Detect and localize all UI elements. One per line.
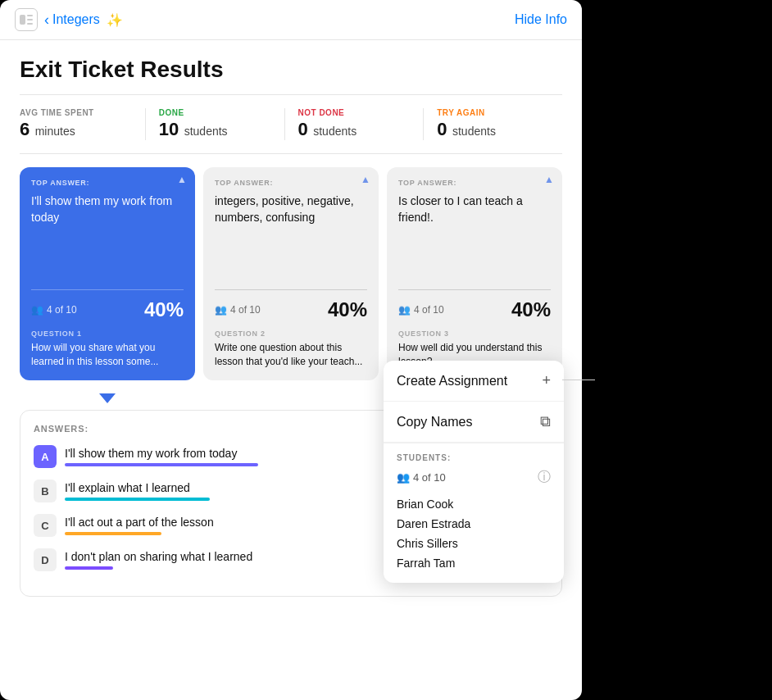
info-icon: ⓘ: [538, 469, 551, 486]
answer-bar-b: [65, 498, 210, 501]
card-3-divider: [398, 289, 551, 290]
card-1-question-badge: QUESTION 1: [31, 330, 184, 338]
divider-1: [20, 94, 562, 95]
people-icon: 👥: [31, 304, 43, 316]
students-title: STUDENTS:: [397, 453, 551, 462]
speech-bubble-tail: [99, 393, 116, 403]
students-list: Brian Cook Daren Estrada Chris Sillers F…: [397, 494, 551, 573]
popup-menu: Create Assignment + Copy Names ⧉ STUDENT…: [384, 361, 564, 583]
create-assignment-label: Create Assignment: [397, 374, 507, 389]
hide-info-button[interactable]: Hide Info: [515, 12, 567, 27]
card-2[interactable]: TOP ANSWER: integers, positive, negative…: [203, 167, 379, 380]
copy-names-item[interactable]: Copy Names ⧉: [384, 402, 564, 443]
chevron-up-icon-2: ▲: [361, 174, 370, 185]
answer-letter-c: C: [34, 514, 57, 537]
student-2: Daren Estrada: [397, 514, 551, 534]
card-1-top-answer-label: TOP ANSWER:: [31, 179, 184, 187]
chevron-up-icon-1: ▲: [177, 174, 187, 185]
copy-names-label: Copy Names: [397, 415, 472, 430]
stat-avg-time: AVG TIME SPENT 6 minutes: [20, 108, 145, 140]
stat-label-avg: AVG TIME SPENT: [20, 108, 132, 117]
stat-label-not-done: NOT DONE: [298, 108, 411, 117]
create-assignment-item[interactable]: Create Assignment +: [384, 361, 564, 402]
stat-label-try-again: TRY AGAIN: [437, 108, 549, 117]
cards-row: TOP ANSWER: I'll show them my work from …: [20, 167, 562, 380]
stat-value-avg: 6 minutes: [20, 119, 132, 140]
speech-bubble-tail-container: [20, 393, 194, 403]
card-3-question-badge: QUESTION 3: [398, 330, 551, 338]
student-1: Brian Cook: [397, 494, 551, 514]
card-3-bottom: 👥 4 of 10 40%: [398, 298, 551, 321]
svg-rect-1: [27, 15, 33, 16]
stat-value-done: 10 students: [159, 119, 271, 140]
chevron-up-icon-3: ▲: [544, 174, 554, 185]
card-1-question-text: How will you share what you learned in t…: [31, 341, 184, 369]
svg-rect-0: [20, 15, 25, 25]
people-icon-3: 👥: [398, 304, 411, 316]
answer-bar-c: [65, 532, 161, 535]
card-2-question-section: ▲ QUESTION 2 Write one question about th…: [215, 330, 367, 369]
connector-line: [562, 380, 595, 380]
card-1-question-section: ▲ QUESTION 1 How will you share what you…: [31, 330, 184, 369]
card-3-top-answer-label: TOP ANSWER:: [398, 179, 551, 187]
card-3[interactable]: TOP ANSWER: Is closer to I can teach a f…: [387, 167, 562, 380]
sidebar-toggle[interactable]: [15, 8, 38, 31]
card-3-top-answer-text: Is closer to I can teach a friend!.: [398, 193, 551, 281]
card-3-student-count: 👥 4 of 10: [398, 304, 444, 316]
chevron-left-icon: ‹: [44, 11, 49, 29]
card-3-percentage: 40%: [511, 298, 551, 321]
svg-rect-2: [27, 19, 33, 20]
card-1-top-answer-text: I'll show them my work from today: [31, 193, 184, 281]
stat-not-done: NOT DONE 0 students: [284, 108, 424, 140]
card-2-bottom: 👥 4 of 10 40%: [215, 298, 367, 321]
stat-value-not-done: 0 students: [298, 119, 411, 140]
answer-letter-d: D: [34, 548, 57, 571]
people-icon-2: 👥: [215, 304, 227, 316]
svg-rect-3: [27, 23, 33, 25]
top-bar: ‹ Integers ✨ Hide Info: [0, 0, 582, 40]
stat-label-done: DONE: [159, 108, 271, 117]
student-4: Farrah Tam: [397, 553, 551, 573]
students-section: STUDENTS: 👥 4 of 10 ⓘ Brian Cook Daren E…: [384, 443, 564, 583]
plus-icon: +: [542, 372, 551, 389]
card-1-student-count: 👥 4 of 10: [31, 304, 77, 316]
answer-text-d: I don't plan on sharing what I learned: [65, 550, 252, 563]
stat-try-again: TRY AGAIN 0 students: [423, 108, 562, 140]
card-1-divider: [31, 289, 184, 290]
answer-text-b: I'll explain what I learned: [65, 481, 190, 494]
answer-letter-b: B: [34, 480, 57, 502]
card-2-question-badge: QUESTION 2: [215, 330, 367, 338]
stat-value-try-again: 0 students: [437, 119, 549, 140]
students-count-label: 👥 4 of 10: [397, 471, 446, 484]
card-1-percentage: 40%: [144, 298, 184, 321]
people-icon-students: 👥: [397, 471, 410, 484]
card-2-student-count: 👥 4 of 10: [215, 304, 261, 316]
back-button[interactable]: ‹ Integers: [44, 11, 100, 29]
sparkle-icon: ✨: [107, 12, 123, 28]
answer-bar-d: [65, 566, 113, 570]
card-2-question-text: Write one question about this lesson tha…: [215, 341, 367, 369]
student-3: Chris Sillers: [397, 534, 551, 553]
copy-icon: ⧉: [540, 413, 551, 430]
page-title: Exit Ticket Results: [20, 57, 562, 83]
card-2-divider: [215, 289, 367, 290]
answer-text-a: I'll show them my work from today: [65, 447, 237, 460]
answer-bar-a: [65, 463, 258, 466]
card-2-top-answer-text: integers, positive, negative, numbers, c…: [215, 193, 367, 281]
top-bar-left: ‹ Integers ✨: [15, 8, 123, 31]
stat-done: DONE 10 students: [145, 108, 284, 140]
card-2-top-answer-label: TOP ANSWER:: [215, 179, 367, 187]
divider-2: [20, 153, 562, 154]
answer-text-c: I'll act out a part of the lesson: [65, 516, 214, 529]
card-1[interactable]: TOP ANSWER: I'll show them my work from …: [20, 167, 195, 380]
card-2-percentage: 40%: [328, 298, 367, 321]
students-count-row: 👥 4 of 10 ⓘ: [397, 469, 551, 486]
back-label: Integers: [52, 12, 100, 27]
card-1-bottom: 👥 4 of 10 40%: [31, 298, 184, 321]
answer-letter-a: A: [34, 445, 57, 468]
stats-row: AVG TIME SPENT 6 minutes DONE 10 student…: [20, 108, 562, 140]
